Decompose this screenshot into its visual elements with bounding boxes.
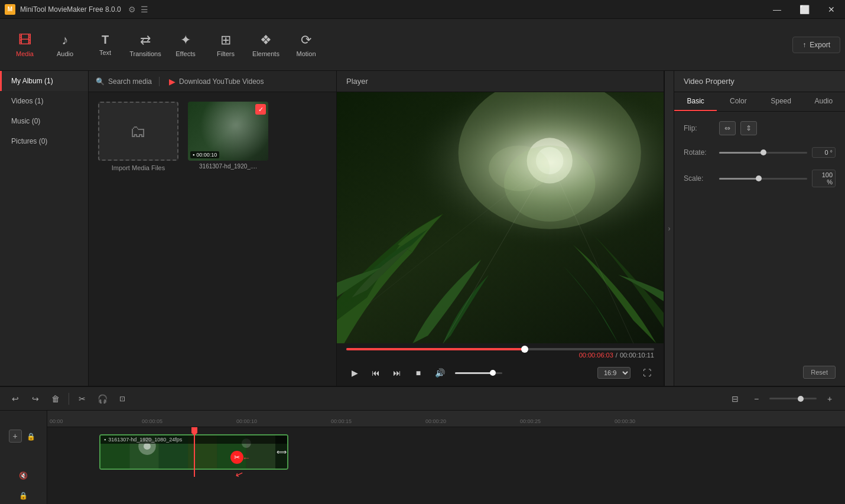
toolbar-item-media[interactable]: 🎞 Media [5, 21, 45, 69]
minimize-button[interactable]: — [763, 0, 791, 19]
hamburger-icon[interactable]: ☰ [141, 5, 148, 14]
resize-icon: ⟺ [277, 448, 287, 456]
fullscreen-button[interactable]: ⛶ [640, 366, 654, 380]
maximize-button[interactable]: ⬜ [791, 0, 818, 19]
aspect-ratio-select[interactable]: 16:9 9:16 1:1 4:3 [597, 367, 630, 379]
toolbar-item-transitions[interactable]: ⇄ Transitions [125, 21, 165, 69]
sidebar-item-pictures[interactable]: Pictures (0) [0, 131, 88, 151]
collapse-panel-button[interactable]: › [664, 71, 674, 386]
toolbar-label-motion: Motion [296, 50, 316, 57]
reset-button[interactable]: Reset [803, 366, 836, 379]
crop-button[interactable]: ⊡ [114, 391, 131, 407]
toolbar-item-elements[interactable]: ❖ Elements [246, 21, 286, 69]
audio-mute-button[interactable]: 🔇 [17, 469, 31, 483]
cut-button[interactable]: ✂ [74, 391, 90, 407]
video-check-mark: ✓ [255, 104, 266, 115]
film-icon: ▪ [193, 152, 194, 158]
settings-icon[interactable]: ⚙ [128, 5, 136, 14]
toolbar-label-media: Media [16, 50, 34, 57]
redo-button[interactable]: ↪ [27, 391, 44, 407]
toolbar-right: ↑ Export [792, 37, 840, 53]
sidebar-item-music[interactable]: Music (0) [0, 111, 88, 131]
timeline-left-controls: + 🔒 🔇 🔒 ♪ 🔒 [0, 411, 47, 504]
flip-horizontal-button[interactable]: ⇔ [719, 121, 736, 135]
import-box[interactable]: 🗂 [98, 102, 178, 161]
fern-scene [337, 92, 664, 343]
export-button[interactable]: ↑ Export [792, 37, 840, 53]
elements-icon: ❖ [260, 32, 272, 48]
audio-lock-button[interactable]: 🔒 [17, 489, 31, 503]
headphones-button[interactable]: 🎧 [94, 391, 110, 407]
media-area: My Album (1) Videos (1) Music (0) Pictur… [0, 71, 336, 386]
video-thumb-item[interactable]: ▪ 00:00:10 ✓ 3161307-hd_1920_.... [188, 102, 268, 171]
flip-v-icon: ⇕ [746, 124, 752, 132]
sidebar-item-myalbum[interactable]: My Album (1) [0, 71, 88, 91]
seekbar-track[interactable] [346, 348, 654, 350]
scale-slider[interactable] [719, 178, 807, 180]
timeline-body: + 🔒 🔇 🔒 ♪ 🔒 00:00 00:00:05 00:00:10 00:0… [0, 411, 845, 504]
svg-point-9 [489, 145, 550, 191]
rotate-property-row: Rotate: 0 ° [684, 147, 836, 158]
volume-slider[interactable] [455, 372, 502, 374]
toolbar-item-motion[interactable]: ⟳ Motion [286, 21, 326, 69]
zoom-slider[interactable] [769, 398, 817, 399]
toolbar-item-filters[interactable]: ⊞ Filters [206, 21, 246, 69]
ruler-mark-10: 00:00:10 [236, 418, 257, 424]
zoom-in-button[interactable]: + [821, 391, 838, 407]
right-panel-content: Flip: ⇔ ⇕ Rotate: [674, 112, 845, 359]
timeline-playhead[interactable] [194, 427, 195, 477]
zoom-split-button[interactable]: ⊟ [727, 391, 743, 407]
trim-arrow-left: ← [242, 453, 251, 463]
scale-controls: 100 % [719, 170, 836, 187]
prev-frame-button[interactable]: ⏮ [368, 365, 384, 381]
audio-icon: ♪ [62, 32, 69, 48]
player-video[interactable] [337, 92, 664, 343]
clip-cut-icon[interactable]: ✂ [230, 451, 243, 464]
player-seekbar[interactable] [337, 343, 664, 350]
titlebar: M MiniTool MovieMaker Free 8.0.0 ⚙ ☰ — ⬜… [0, 0, 845, 19]
right-panel-header: Video Property [674, 71, 845, 92]
tab-color[interactable]: Color [717, 92, 759, 111]
app-icon: M [5, 4, 15, 15]
right-panel-tabs: Basic Color Speed Audio [674, 92, 845, 112]
delete-button[interactable]: 🗑 [47, 391, 64, 407]
close-button[interactable]: ✕ [818, 0, 845, 19]
sidebar: My Album (1) Videos (1) Music (0) Pictur… [0, 71, 89, 386]
search-media-button[interactable]: 🔍 Search media [96, 77, 152, 86]
video-track-lock-button[interactable]: 🔒 [24, 430, 38, 444]
player-title: Player [346, 77, 368, 86]
volume-button[interactable]: 🔊 [431, 365, 448, 381]
toolbar-item-effects[interactable]: ✦ Effects [165, 21, 206, 69]
next-frame-button[interactable]: ⏭ [389, 365, 405, 381]
scale-label: Scale: [684, 174, 719, 183]
video-thumbnail[interactable]: ▪ 00:00:10 ✓ [188, 102, 268, 161]
zoom-slider-thumb[interactable] [798, 396, 804, 402]
media-icon: 🎞 [18, 32, 31, 48]
play-button[interactable]: ▶ [346, 365, 363, 381]
stop-button[interactable]: ■ [410, 365, 427, 381]
tab-basic[interactable]: Basic [674, 92, 717, 111]
rotate-slider-thumb[interactable] [760, 149, 766, 155]
scale-slider-thumb[interactable] [756, 175, 762, 181]
clip-end-handle[interactable]: ⟺ [275, 435, 287, 469]
rotate-slider[interactable] [719, 152, 807, 154]
tab-audio[interactable]: Audio [802, 92, 845, 111]
clip-name: 3161307-hd_1920_1080_24fps [108, 437, 182, 443]
toolbar-item-audio[interactable]: ♪ Audio [45, 21, 85, 69]
chevron-left-icon: › [668, 225, 671, 233]
zoom-out-button[interactable]: − [748, 391, 765, 407]
undo-button[interactable]: ↩ [7, 391, 24, 407]
add-video-track-button[interactable]: + [9, 430, 22, 443]
import-media-item[interactable]: 🗂 Import Media Files [98, 102, 178, 171]
text-icon: T [102, 33, 109, 47]
media-grid: 🗂 Import Media Files ▪ 00:00:10 [89, 92, 336, 181]
flip-vertical-button[interactable]: ⇕ [740, 121, 757, 135]
yt-download-button[interactable]: ▶ Download YouTube Videos [159, 77, 264, 86]
volume-thumb[interactable] [490, 370, 496, 376]
tab-speed[interactable]: Speed [760, 92, 802, 111]
player-info: 00:00:06:03 / 00:00:10:11 [337, 350, 664, 360]
motion-icon: ⟳ [301, 32, 311, 48]
folder-icon: 🗂 [130, 122, 147, 141]
toolbar-item-text[interactable]: T Text [85, 21, 125, 69]
sidebar-item-videos[interactable]: Videos (1) [0, 91, 88, 111]
